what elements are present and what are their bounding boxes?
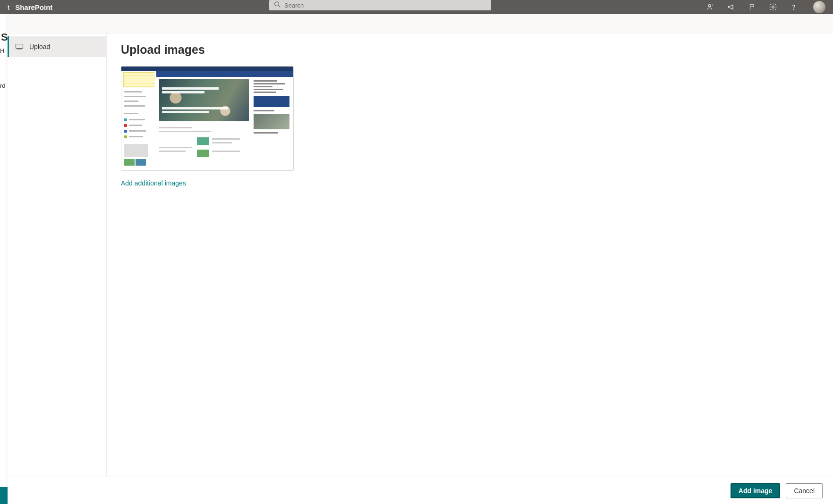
megaphone-icon[interactable] xyxy=(727,3,736,11)
modal-body: Upload Upload images xyxy=(8,34,833,477)
picker-title: Upload images xyxy=(121,43,819,57)
search-box[interactable] xyxy=(269,0,491,10)
file-picker-modal: Upload Upload images xyxy=(8,14,833,504)
uploaded-image-thumbnail[interactable] xyxy=(121,66,294,171)
background-page-fragment: S H rd xyxy=(0,14,8,504)
picker-main: Upload images Ad xyxy=(107,34,833,477)
svg-rect-5 xyxy=(16,44,23,48)
svg-point-2 xyxy=(708,5,711,7)
header-actions xyxy=(706,1,825,13)
svg-line-1 xyxy=(279,6,280,8)
cancel-button[interactable]: Cancel xyxy=(786,483,823,498)
gear-icon[interactable] xyxy=(769,3,777,11)
bg-line2-fragment: rd xyxy=(0,82,6,89)
product-name[interactable]: SharePoint xyxy=(15,3,52,11)
add-image-button[interactable]: Add image xyxy=(731,483,781,498)
bg-title-fragment: S xyxy=(1,31,8,43)
brand-area: t SharePoint xyxy=(8,3,52,11)
suite-header: t SharePoint xyxy=(0,0,833,14)
modal-footer: Add image Cancel xyxy=(8,477,833,504)
svg-point-3 xyxy=(772,6,774,8)
svg-point-0 xyxy=(275,2,279,6)
people-icon[interactable] xyxy=(706,3,715,11)
help-icon[interactable] xyxy=(790,3,798,11)
svg-point-4 xyxy=(793,9,794,9)
nav-item-label: Upload xyxy=(29,43,50,50)
nav-item-upload[interactable]: Upload xyxy=(8,36,106,57)
flag-icon[interactable] xyxy=(748,3,756,11)
upload-icon xyxy=(15,43,24,51)
picker-nav: Upload xyxy=(8,34,107,477)
bg-line1-fragment: H xyxy=(0,47,4,54)
brand-prefix: t xyxy=(8,3,9,11)
avatar[interactable] xyxy=(813,1,825,13)
add-additional-images-link[interactable]: Add additional images xyxy=(121,179,186,187)
bg-teal-accent xyxy=(0,487,8,504)
search-icon xyxy=(274,1,280,9)
search-input[interactable] xyxy=(284,2,486,9)
modal-top-bar xyxy=(8,14,833,34)
